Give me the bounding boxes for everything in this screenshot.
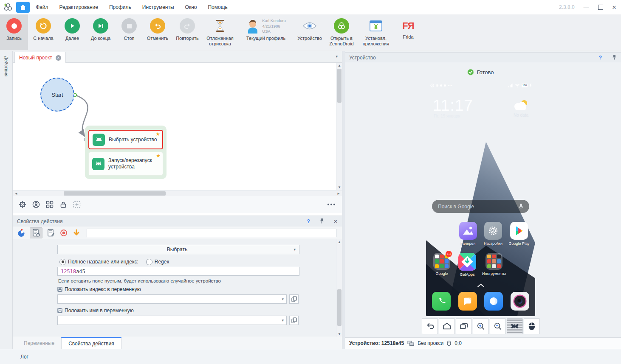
scroll-left-icon[interactable]: ◄ xyxy=(14,192,18,196)
frida-button[interactable]: FЯ Frida xyxy=(394,14,422,50)
copy-index-button[interactable] xyxy=(289,294,299,304)
scroll-up-icon[interactable]: ▲ xyxy=(338,240,341,244)
device-name-input[interactable]: 12518a45 xyxy=(57,267,299,276)
record-button[interactable]: Запись xyxy=(0,14,28,50)
flow-canvas[interactable]: Start Выбрать устройство ★ Запуск/переза… xyxy=(13,63,342,190)
properties-vscrollbar[interactable]: ▲ ▼ xyxy=(336,239,342,337)
props-vscroll-thumb[interactable] xyxy=(337,289,342,326)
profile-circle-icon[interactable] xyxy=(32,201,40,208)
zoom-out-button[interactable] xyxy=(490,318,506,334)
redo-button[interactable]: Повторить xyxy=(172,14,202,50)
hscroll-thumb[interactable] xyxy=(64,191,166,196)
help-icon[interactable]: ? xyxy=(599,55,602,61)
installed-apps-button[interactable]: Установл. приложения xyxy=(358,14,394,50)
from-start-button[interactable]: С начала xyxy=(28,14,59,50)
tab-list-dropdown-icon[interactable]: ▾ xyxy=(336,54,338,59)
grid-view-icon[interactable] xyxy=(46,201,54,208)
select-area-icon[interactable] xyxy=(73,201,81,208)
pin-icon[interactable] xyxy=(612,54,617,61)
close-panel-icon[interactable]: ✕ xyxy=(333,218,338,224)
current-profile-button[interactable]: Karl Konduru 4/21/1986 USA Текущий профи… xyxy=(238,14,294,50)
scroll-down-icon[interactable]: ▼ xyxy=(338,332,341,336)
menu-window[interactable]: Окно xyxy=(185,4,197,10)
home-button[interactable] xyxy=(16,2,30,13)
mic-icon[interactable] xyxy=(519,203,523,210)
google-search-bar[interactable]: Поиск в Google xyxy=(432,200,529,213)
close-button[interactable]: ✕ xyxy=(608,3,620,12)
help-icon[interactable]: ? xyxy=(307,218,310,224)
play-next-button[interactable]: Далее xyxy=(59,14,86,50)
folder-google[interactable]: 13 Google xyxy=(429,253,454,276)
app-getapps[interactable]: GetApps xyxy=(455,253,480,277)
device-view-button[interactable]: Устройство xyxy=(294,14,325,50)
properties-content: Выбрать ▾ Полное название или индекс: Re… xyxy=(13,239,342,337)
butterfly-tool-button[interactable] xyxy=(507,318,523,334)
favorite-star-icon[interactable]: ★ xyxy=(156,153,161,159)
menu-edit[interactable]: Редактирование xyxy=(59,4,98,10)
menu-profile[interactable]: Профиль xyxy=(109,4,131,10)
radio-regex[interactable] xyxy=(146,259,152,265)
log-panel[interactable]: Лог xyxy=(0,349,621,364)
start-node[interactable]: Start xyxy=(40,78,74,112)
phone-screen[interactable]: G ••• 100 11:17 Пт, 19 января No data По… xyxy=(426,81,535,316)
app-settings[interactable]: Настройки xyxy=(481,222,505,246)
settings-gear-icon[interactable] xyxy=(19,201,26,208)
copy-name-button[interactable] xyxy=(289,316,299,325)
camera-app-icon[interactable] xyxy=(511,292,529,311)
folder-tools[interactable]: Инструменты xyxy=(482,253,506,276)
play-to-end-button[interactable]: До конца xyxy=(86,14,116,50)
favorite-star-icon[interactable]: ★ xyxy=(155,131,160,137)
pin-icon[interactable] xyxy=(319,218,324,225)
undo-button[interactable]: Отменить xyxy=(143,14,172,50)
tab-action-properties[interactable]: Свойства действия xyxy=(61,337,121,349)
arrow-down-icon[interactable] xyxy=(72,229,81,237)
menu-help[interactable]: Помощь xyxy=(208,4,227,10)
match-mode-radios: Полное название или индекс: Regex xyxy=(59,258,169,265)
scroll-down-icon[interactable]: ▼ xyxy=(338,185,341,189)
browser-app-icon[interactable] xyxy=(484,292,503,311)
nav-home-button[interactable] xyxy=(439,318,455,334)
more-options-icon[interactable] xyxy=(327,204,335,205)
canvas-hscrollbar[interactable]: ◄ ► xyxy=(13,190,342,196)
scroll-right-icon[interactable]: ► xyxy=(337,192,340,196)
nav-recents-button[interactable] xyxy=(456,318,472,334)
minimize-button[interactable]: — xyxy=(580,3,592,12)
mouse-mode-button[interactable] xyxy=(524,318,540,334)
vscroll-thumb[interactable] xyxy=(337,69,342,103)
action-properties-view-button[interactable] xyxy=(30,227,42,238)
phone-app-icon[interactable] xyxy=(432,292,451,311)
zoom-in-button[interactable] xyxy=(473,318,489,334)
canvas-vscrollbar[interactable]: ▲ ▼ xyxy=(336,63,342,190)
project-tab[interactable]: Новый проект ✕ xyxy=(14,52,66,63)
action-group[interactable]: Выбрать устройство ★ Запуск/перезапуск у… xyxy=(85,126,167,179)
name-variable-dropdown[interactable]: ▾ xyxy=(57,316,287,325)
app-google-play[interactable]: Google Play xyxy=(507,222,531,246)
clock-widget[interactable]: 11:17 xyxy=(433,97,473,115)
open-in-zennodroid-button[interactable]: Открыть в ZennoDroid xyxy=(325,14,358,50)
nav-back-button[interactable] xyxy=(422,318,438,334)
messages-app-icon[interactable] xyxy=(458,292,477,311)
deferred-render-button[interactable]: Отложенная отрисовка xyxy=(202,14,238,50)
panel-splitter[interactable] xyxy=(342,51,345,349)
menu-tools[interactable]: Инструменты xyxy=(142,4,174,10)
stop-button[interactable]: Стоп xyxy=(116,14,143,50)
actions-sidebar-tab[interactable]: Действия xyxy=(0,51,13,349)
scroll-up-icon[interactable]: ▲ xyxy=(338,64,341,67)
action-comment-input[interactable] xyxy=(87,229,336,237)
maximize-button[interactable] xyxy=(595,3,607,12)
weather-icon[interactable] xyxy=(513,99,528,110)
drawer-chevron-icon[interactable] xyxy=(477,283,485,288)
select-device-dropdown[interactable]: Выбрать ▾ xyxy=(57,245,299,254)
breakpoint-pie-icon[interactable] xyxy=(17,229,25,237)
radio-full-name[interactable] xyxy=(59,259,66,265)
tab-variables[interactable]: Переменные xyxy=(17,337,61,349)
action-select-device[interactable]: Выбрать устройство ★ xyxy=(88,130,163,149)
action-restart-device[interactable]: Запуск/перезапуск устройства ★ xyxy=(88,152,163,176)
index-variable-dropdown[interactable]: ▾ xyxy=(57,294,287,304)
lock-icon[interactable] xyxy=(59,201,67,208)
tab-close-icon[interactable]: ✕ xyxy=(56,55,61,61)
doc-edit-icon[interactable] xyxy=(47,229,55,237)
app-gallery[interactable]: Галерея xyxy=(456,222,480,246)
record-step-icon[interactable] xyxy=(59,229,68,237)
menu-file[interactable]: Файл xyxy=(36,4,48,10)
